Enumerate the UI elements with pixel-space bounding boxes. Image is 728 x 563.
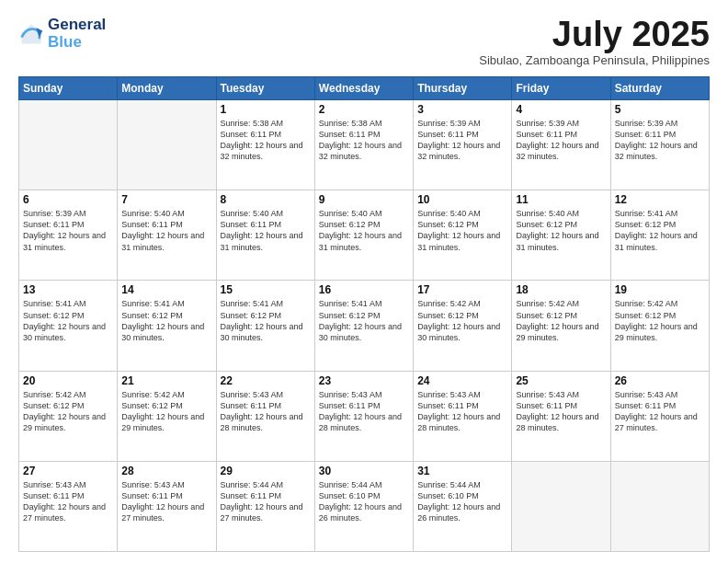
day-number: 12 [615, 193, 705, 206]
calendar-cell: 5Sunrise: 5:39 AM Sunset: 6:11 PM Daylig… [610, 100, 709, 190]
day-info: Sunrise: 5:42 AM Sunset: 6:12 PM Dayligh… [615, 298, 705, 343]
day-number: 30 [319, 465, 409, 477]
calendar-cell [118, 100, 216, 190]
calendar-cell: 26Sunrise: 5:43 AM Sunset: 6:11 PM Dayli… [610, 371, 709, 461]
logo-text: General Blue [48, 17, 106, 51]
weekday-header-tuesday: Tuesday [216, 77, 314, 100]
day-info: Sunrise: 5:44 AM Sunset: 6:11 PM Dayligh… [221, 479, 311, 524]
day-number: 23 [319, 374, 409, 387]
day-number: 11 [516, 193, 606, 206]
day-info: Sunrise: 5:40 AM Sunset: 6:12 PM Dayligh… [319, 208, 409, 253]
day-info: Sunrise: 5:38 AM Sunset: 6:11 PM Dayligh… [221, 118, 311, 163]
day-info: Sunrise: 5:41 AM Sunset: 6:12 PM Dayligh… [221, 298, 311, 343]
calendar-cell: 17Sunrise: 5:42 AM Sunset: 6:12 PM Dayli… [414, 281, 512, 371]
weekday-header-thursday: Thursday [414, 77, 512, 100]
calendar-cell: 25Sunrise: 5:43 AM Sunset: 6:11 PM Dayli… [512, 371, 610, 461]
day-info: Sunrise: 5:41 AM Sunset: 6:12 PM Dayligh… [121, 298, 211, 343]
day-number: 9 [319, 193, 409, 206]
day-number: 4 [516, 103, 606, 116]
weekday-header-sunday: Sunday [19, 77, 118, 100]
day-info: Sunrise: 5:43 AM Sunset: 6:11 PM Dayligh… [516, 389, 606, 434]
day-number: 16 [319, 283, 409, 296]
day-info: Sunrise: 5:43 AM Sunset: 6:11 PM Dayligh… [121, 479, 211, 524]
calendar-cell: 21Sunrise: 5:42 AM Sunset: 6:12 PM Dayli… [118, 371, 216, 461]
day-number: 29 [221, 465, 311, 477]
day-info: Sunrise: 5:42 AM Sunset: 6:12 PM Dayligh… [23, 389, 113, 434]
day-info: Sunrise: 5:43 AM Sunset: 6:11 PM Dayligh… [319, 389, 409, 434]
day-number: 8 [221, 193, 311, 206]
day-info: Sunrise: 5:43 AM Sunset: 6:11 PM Dayligh… [615, 389, 705, 434]
day-info: Sunrise: 5:38 AM Sunset: 6:11 PM Dayligh… [319, 118, 409, 163]
day-info: Sunrise: 5:40 AM Sunset: 6:12 PM Dayligh… [417, 208, 507, 253]
calendar-cell: 12Sunrise: 5:41 AM Sunset: 6:12 PM Dayli… [610, 190, 709, 281]
calendar-cell: 14Sunrise: 5:41 AM Sunset: 6:12 PM Dayli… [118, 281, 216, 371]
day-number: 15 [221, 283, 311, 296]
day-number: 27 [23, 465, 113, 477]
day-number: 24 [417, 374, 507, 387]
day-info: Sunrise: 5:39 AM Sunset: 6:11 PM Dayligh… [516, 118, 606, 163]
day-info: Sunrise: 5:42 AM Sunset: 6:12 PM Dayligh… [417, 298, 507, 343]
day-number: 18 [516, 283, 606, 296]
calendar-cell: 6Sunrise: 5:39 AM Sunset: 6:11 PM Daylig… [19, 190, 118, 281]
calendar-cell: 13Sunrise: 5:41 AM Sunset: 6:12 PM Dayli… [19, 281, 118, 371]
calendar-cell: 19Sunrise: 5:42 AM Sunset: 6:12 PM Dayli… [610, 281, 709, 371]
day-number: 6 [23, 193, 113, 206]
day-number: 1 [221, 103, 311, 116]
week-row-1: 1Sunrise: 5:38 AM Sunset: 6:11 PM Daylig… [19, 100, 710, 190]
day-number: 5 [615, 103, 705, 116]
day-info: Sunrise: 5:40 AM Sunset: 6:11 PM Dayligh… [221, 208, 311, 253]
day-info: Sunrise: 5:42 AM Sunset: 6:12 PM Dayligh… [516, 298, 606, 343]
calendar-cell: 7Sunrise: 5:40 AM Sunset: 6:11 PM Daylig… [118, 190, 216, 281]
page: General Blue July 2025 Sibulao, Zamboang… [0, 0, 728, 563]
calendar-cell: 31Sunrise: 5:44 AM Sunset: 6:10 PM Dayli… [414, 461, 512, 551]
weekday-header-row: SundayMondayTuesdayWednesdayThursdayFrid… [19, 77, 710, 100]
weekday-header-wednesday: Wednesday [314, 77, 413, 100]
logo: General Blue [18, 17, 106, 51]
day-info: Sunrise: 5:41 AM Sunset: 6:12 PM Dayligh… [23, 298, 113, 343]
calendar-cell: 10Sunrise: 5:40 AM Sunset: 6:12 PM Dayli… [414, 190, 512, 281]
day-info: Sunrise: 5:44 AM Sunset: 6:10 PM Dayligh… [319, 479, 409, 524]
day-info: Sunrise: 5:42 AM Sunset: 6:12 PM Dayligh… [121, 389, 211, 434]
day-number: 31 [417, 465, 507, 477]
calendar-cell: 4Sunrise: 5:39 AM Sunset: 6:11 PM Daylig… [512, 100, 610, 190]
day-info: Sunrise: 5:39 AM Sunset: 6:11 PM Dayligh… [615, 118, 705, 163]
calendar-cell: 28Sunrise: 5:43 AM Sunset: 6:11 PM Dayli… [118, 461, 216, 551]
day-info: Sunrise: 5:43 AM Sunset: 6:11 PM Dayligh… [23, 479, 113, 524]
logo-icon [18, 21, 44, 47]
month-title: July 2025 [479, 17, 710, 52]
calendar-cell: 16Sunrise: 5:41 AM Sunset: 6:12 PM Dayli… [314, 281, 413, 371]
day-number: 2 [319, 103, 409, 116]
day-number: 25 [516, 374, 606, 387]
day-info: Sunrise: 5:43 AM Sunset: 6:11 PM Dayligh… [221, 389, 311, 434]
day-info: Sunrise: 5:44 AM Sunset: 6:10 PM Dayligh… [417, 479, 507, 524]
day-info: Sunrise: 5:40 AM Sunset: 6:12 PM Dayligh… [516, 208, 606, 253]
day-number: 26 [615, 374, 705, 387]
day-number: 14 [121, 283, 211, 296]
day-number: 10 [417, 193, 507, 206]
calendar-cell: 15Sunrise: 5:41 AM Sunset: 6:12 PM Dayli… [216, 281, 314, 371]
day-info: Sunrise: 5:43 AM Sunset: 6:11 PM Dayligh… [417, 389, 507, 434]
day-number: 28 [121, 465, 211, 477]
calendar-cell: 1Sunrise: 5:38 AM Sunset: 6:11 PM Daylig… [216, 100, 314, 190]
subtitle: Sibulao, Zamboanga Peninsula, Philippine… [479, 53, 710, 67]
calendar-cell: 2Sunrise: 5:38 AM Sunset: 6:11 PM Daylig… [314, 100, 413, 190]
weekday-header-monday: Monday [118, 77, 216, 100]
calendar-cell: 18Sunrise: 5:42 AM Sunset: 6:12 PM Dayli… [512, 281, 610, 371]
week-row-3: 13Sunrise: 5:41 AM Sunset: 6:12 PM Dayli… [19, 281, 710, 371]
day-info: Sunrise: 5:40 AM Sunset: 6:11 PM Dayligh… [121, 208, 211, 253]
week-row-5: 27Sunrise: 5:43 AM Sunset: 6:11 PM Dayli… [19, 461, 710, 551]
day-number: 19 [615, 283, 705, 296]
calendar-cell: 20Sunrise: 5:42 AM Sunset: 6:12 PM Dayli… [19, 371, 118, 461]
title-area: July 2025 Sibulao, Zamboanga Peninsula, … [479, 17, 710, 67]
day-number: 22 [221, 374, 311, 387]
day-number: 13 [23, 283, 113, 296]
day-number: 21 [121, 374, 211, 387]
day-info: Sunrise: 5:39 AM Sunset: 6:11 PM Dayligh… [23, 208, 113, 253]
week-row-2: 6Sunrise: 5:39 AM Sunset: 6:11 PM Daylig… [19, 190, 710, 281]
calendar-cell: 11Sunrise: 5:40 AM Sunset: 6:12 PM Dayli… [512, 190, 610, 281]
calendar-cell [610, 461, 709, 551]
week-row-4: 20Sunrise: 5:42 AM Sunset: 6:12 PM Dayli… [19, 371, 710, 461]
day-number: 7 [121, 193, 211, 206]
day-number: 3 [417, 103, 507, 116]
calendar-cell [512, 461, 610, 551]
